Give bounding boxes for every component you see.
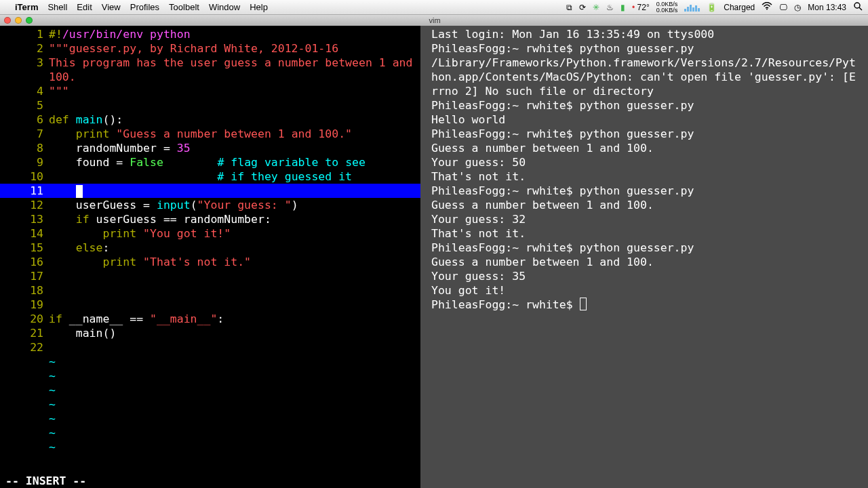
- code-line[interactable]: This program has the user guess a number…: [49, 56, 420, 84]
- shell-line: That's not it.: [431, 169, 861, 184]
- code-line[interactable]: print "Guess a number between 1 and 100.…: [49, 127, 420, 141]
- menu-help[interactable]: Help: [250, 2, 268, 12]
- shell-line: PhileasFogg:~ rwhite$ python guesser.py: [431, 184, 861, 198]
- vim-status-line: -- INSERT --: [0, 474, 420, 488]
- code-line[interactable]: # if they guessed it: [49, 169, 420, 184]
- code-line[interactable]: [49, 269, 420, 283]
- line-number: 13: [0, 212, 49, 226]
- shell-line: PhileasFogg:~ rwhite$ python guesser.py: [431, 127, 861, 141]
- code-line[interactable]: userGuess = input("Your guess: "): [49, 198, 420, 212]
- vim-tilde: ~: [49, 369, 56, 382]
- code-line[interactable]: """: [49, 84, 420, 98]
- code-line[interactable]: #!/usr/bin/env python: [49, 27, 420, 41]
- shell-line: Guess a number between 1 and 100.: [431, 198, 861, 212]
- shell-pane[interactable]: Last login: Mon Jan 16 13:35:49 on ttys0…: [430, 26, 868, 488]
- shell-line: Hello world: [431, 113, 861, 127]
- shell-line: Guess a number between 1 and 100.: [431, 141, 861, 155]
- shell-line: Last login: Mon Jan 16 13:35:49 on ttys0…: [431, 27, 861, 41]
- sync-icon[interactable]: ⟳: [579, 3, 586, 12]
- code-line[interactable]: print "That's not it.": [49, 255, 420, 269]
- code-line[interactable]: if userGuess == randomNumber:: [49, 212, 420, 226]
- flame-icon[interactable]: ♨︎: [606, 3, 614, 12]
- window-titlebar[interactable]: vim: [0, 15, 868, 26]
- line-number: 11: [0, 184, 49, 198]
- shell-line: You got it!: [431, 283, 861, 298]
- line-number: 18: [0, 283, 49, 298]
- line-number: 17: [0, 269, 49, 283]
- line-number: 20: [0, 312, 49, 326]
- line-number: 2: [0, 41, 49, 56]
- macos-menubar: iTerm Shell Edit View Profiles Toolbelt …: [0, 0, 868, 15]
- line-number: 1: [0, 27, 49, 41]
- shell-cursor: [580, 298, 587, 310]
- code-line[interactable]: def main():: [49, 113, 420, 127]
- svg-point-1: [854, 3, 860, 8]
- code-line[interactable]: [49, 340, 420, 354]
- line-number: 7: [0, 127, 49, 141]
- line-number: 14: [0, 226, 49, 241]
- vim-tilde: ~: [49, 398, 56, 411]
- timemachine-icon[interactable]: ◷: [794, 3, 801, 12]
- vim-tilde: ~: [49, 412, 56, 425]
- shell-line: PhileasFogg:~ rwhite$: [431, 298, 861, 312]
- shell-line: Your guess: 35: [431, 269, 861, 283]
- shell-line: PhileasFogg:~ rwhite$ python guesser.py: [431, 41, 861, 56]
- line-number: 4: [0, 84, 49, 98]
- line-number: 5: [0, 98, 49, 113]
- line-number: 9: [0, 155, 49, 169]
- menu-view[interactable]: View: [102, 2, 121, 12]
- line-number: 22: [0, 340, 49, 354]
- activity-bars-icon[interactable]: [684, 3, 700, 12]
- net-speed-indicator[interactable]: 0.0KB/s0.0KB/s: [656, 1, 678, 14]
- code-line[interactable]: [49, 184, 420, 198]
- code-line[interactable]: randomNumber = 35: [49, 141, 420, 155]
- line-number: 16: [0, 255, 49, 269]
- vim-tilde: ~: [49, 384, 56, 396]
- app-name[interactable]: iTerm: [15, 2, 38, 12]
- line-number: 19: [0, 298, 49, 312]
- line-number: 12: [0, 198, 49, 212]
- dropbox-icon[interactable]: ✳︎: [593, 3, 599, 12]
- code-line[interactable]: [49, 283, 420, 298]
- clock[interactable]: Mon 13:43: [808, 3, 846, 12]
- shell-line: PhileasFogg:~ rwhite$ python guesser.py: [431, 241, 861, 255]
- vim-tilde: ~: [49, 426, 56, 439]
- code-line[interactable]: main(): [49, 326, 420, 340]
- line-number: 10: [0, 169, 49, 184]
- menu-shell[interactable]: Shell: [47, 2, 67, 12]
- line-number: 8: [0, 141, 49, 155]
- shell-line: PhileasFogg:~ rwhite$ python guesser.py: [431, 98, 861, 113]
- spotlight-icon[interactable]: [853, 1, 863, 13]
- code-line[interactable]: """guesser.py, by Richard White, 2012-01…: [49, 41, 420, 56]
- menu-window[interactable]: Window: [209, 2, 240, 12]
- wifi-icon[interactable]: [762, 2, 772, 12]
- menu-toolbelt[interactable]: Toolbelt: [169, 2, 199, 12]
- screenshare-icon[interactable]: ⧉: [566, 3, 572, 12]
- display-icon[interactable]: 🖵: [779, 3, 787, 12]
- temp-indicator[interactable]: • 72°: [632, 3, 650, 12]
- shell-line: Guess a number between 1 and 100.: [431, 255, 861, 269]
- shell-line: /Library/Frameworks/Python.framework/Ver…: [431, 56, 861, 98]
- line-number: 21: [0, 326, 49, 340]
- code-line[interactable]: found = False # flag variable to see: [49, 155, 420, 169]
- vim-cursor: [76, 185, 83, 198]
- code-line[interactable]: [49, 298, 420, 312]
- battery-square-icon[interactable]: ▮: [620, 3, 625, 12]
- code-line[interactable]: if __name__ == "__main__":: [49, 312, 420, 326]
- vim-pane[interactable]: 1#!/usr/bin/env python2"""guesser.py, by…: [0, 26, 420, 488]
- vim-tilde: ~: [49, 355, 56, 368]
- line-number: 6: [0, 113, 49, 127]
- menu-profiles[interactable]: Profiles: [130, 2, 159, 12]
- vim-tilde: ~: [49, 441, 56, 453]
- shell-line: Your guess: 50: [431, 155, 861, 169]
- code-line[interactable]: print "You got it!": [49, 226, 420, 241]
- code-line[interactable]: [49, 98, 420, 113]
- code-line[interactable]: else:: [49, 241, 420, 255]
- svg-line-2: [859, 7, 862, 10]
- shell-line: Your guess: 32: [431, 212, 861, 226]
- line-number: 15: [0, 241, 49, 255]
- window-title: vim: [5, 16, 864, 24]
- pane-divider[interactable]: [420, 26, 430, 488]
- battery-icon[interactable]: 🔋: [707, 3, 717, 12]
- menu-edit[interactable]: Edit: [77, 2, 92, 12]
